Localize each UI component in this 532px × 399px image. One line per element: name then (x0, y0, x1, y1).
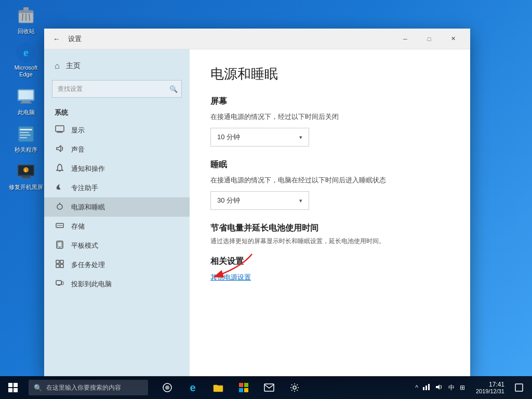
taskbar-settings-icon (290, 383, 299, 392)
sidebar-item-project[interactable]: 投影到此电脑 (44, 274, 190, 294)
page-title: 电源和睡眠 (210, 65, 449, 83)
svg-point-31 (59, 247, 60, 248)
svg-line-5 (29, 14, 30, 21)
chevron-up-icon[interactable]: ^ (415, 384, 418, 391)
svg-rect-37 (58, 285, 61, 285)
mail-button[interactable] (258, 376, 281, 399)
multitask-icon (55, 260, 65, 270)
desktop-icon-secretapp[interactable]: 秒关程序 (8, 124, 44, 153)
volume-icon[interactable] (435, 383, 443, 392)
sidebar-item-power-label: 电源和睡眠 (71, 203, 105, 212)
file-explorer-icon (213, 383, 223, 392)
taskbar-search-icon: 🔍 (34, 384, 42, 392)
sleep-timeout-dropdown[interactable]: 30 分钟 ▾ (210, 191, 309, 210)
sidebar-item-focus[interactable]: 专注助手 (44, 178, 190, 197)
edge-label: Microsoft Edge (8, 64, 44, 78)
sidebar-search-container: 🔍 (52, 80, 182, 98)
svg-rect-51 (244, 388, 248, 392)
taskbar-right: ^ 中 ⊞ 17:41 2019/12/31 (411, 376, 532, 399)
sidebar-item-multitask[interactable]: 多任务处理 (44, 255, 190, 274)
language-indicator[interactable]: 中 (448, 383, 455, 392)
notification-center-button[interactable] (511, 376, 527, 399)
svg-rect-55 (425, 385, 427, 390)
svg-rect-17 (22, 176, 30, 178)
start-button[interactable] (0, 376, 26, 399)
svg-rect-39 (62, 282, 63, 285)
clock-time: 17:41 (489, 381, 504, 388)
related-settings-section: 相关设置 其他电源设置 (210, 256, 449, 282)
taskbar-search-placeholder: 在这里输入你要搜索的内容 (46, 383, 121, 392)
taskbar-system-icons: ^ 中 ⊞ (411, 383, 469, 392)
svg-rect-50 (239, 388, 243, 392)
save-battery-section: 节省电量并延长电池使用时间 通过选择更短的屏幕显示时长和睡眠设置，延长电池使用时… (210, 223, 449, 246)
svg-rect-49 (244, 383, 248, 387)
sidebar-home[interactable]: ⌂ 主页 (44, 57, 190, 75)
desktop-icon-fixscreen[interactable]: ! 修复开机黑屏 (8, 161, 44, 191)
taskbar-clock[interactable]: 17:41 2019/12/31 (472, 376, 509, 399)
desktop-icon-thispc[interactable]: 此电脑 (8, 86, 44, 116)
back-button[interactable]: ← (49, 32, 64, 46)
ime-icon[interactable]: ⊞ (460, 384, 465, 391)
mail-icon (264, 383, 274, 392)
svg-point-25 (57, 204, 62, 209)
taskbar-edge-button[interactable]: e (181, 376, 204, 399)
taskbar-search-bar[interactable]: 🔍 在这里输入你要搜索的内容 (29, 380, 148, 395)
minimize-button[interactable]: ─ (393, 29, 417, 49)
close-button[interactable]: ✕ (441, 29, 465, 49)
sidebar-item-storage-label: 存储 (71, 222, 85, 231)
svg-rect-52 (264, 384, 274, 391)
desktop-icon-edge[interactable]: e Microsoft Edge (8, 43, 44, 78)
svg-point-46 (165, 385, 169, 390)
store-icon (238, 382, 249, 393)
fix-blackscreen-icon: ! (16, 161, 36, 182)
windows-logo-icon (8, 383, 18, 392)
sidebar-item-power[interactable]: 电源和睡眠 (44, 197, 190, 217)
this-pc-label: 此电脑 (18, 109, 35, 116)
other-power-settings-link[interactable]: 其他电源设置 (210, 273, 251, 281)
svg-rect-32 (56, 260, 59, 263)
desktop-icon-recycle[interactable]: 回收站 (8, 5, 44, 35)
screen-timeout-value: 10 分钟 (217, 132, 240, 142)
sidebar-item-tablet-label: 平板模式 (71, 241, 98, 250)
svg-rect-12 (20, 132, 29, 133)
desktop: 回收站 e Microsoft Edge 此电脑 (0, 0, 532, 399)
save-battery-desc: 通过选择更短的屏幕显示时长和睡眠设置，延长电池使用时间。 (210, 237, 449, 246)
sidebar-item-storage[interactable]: 存储 (44, 217, 190, 236)
home-icon: ⌂ (55, 61, 60, 71)
svg-rect-48 (239, 383, 243, 387)
focus-icon (55, 183, 65, 193)
window-titlebar: ← 设置 ─ □ ✕ (44, 29, 470, 49)
svg-rect-2 (23, 7, 29, 10)
screen-section-desc: 在接通电源的情况下，经过以下时间后关闭 (210, 112, 449, 122)
window-body: ⌂ 主页 🔍 系统 显示 (44, 49, 470, 377)
svg-rect-22 (57, 131, 62, 132)
sidebar-item-display[interactable]: 显示 (44, 121, 190, 140)
secret-app-icon (16, 124, 36, 144)
search-input[interactable] (52, 80, 182, 98)
sleep-section-heading: 睡眠 (210, 159, 449, 170)
window-title: 设置 (68, 34, 82, 44)
display-icon (55, 125, 65, 135)
sidebar-item-tablet[interactable]: 平板模式 (44, 236, 190, 255)
svg-marker-57 (436, 384, 440, 390)
recycle-bin-label: 回收站 (18, 28, 35, 35)
taskview-button[interactable] (156, 376, 179, 399)
file-explorer-button[interactable] (207, 376, 230, 399)
svg-rect-18 (20, 178, 32, 179)
svg-rect-9 (20, 102, 32, 103)
store-button[interactable] (232, 376, 255, 399)
svg-rect-38 (58, 285, 60, 286)
settings-sidebar: ⌂ 主页 🔍 系统 显示 (44, 49, 190, 377)
notification-center-icon (515, 383, 523, 392)
svg-rect-43 (8, 388, 12, 392)
screen-timeout-dropdown[interactable]: 10 分钟 ▾ (210, 128, 309, 147)
maximize-button[interactable]: □ (417, 29, 441, 49)
sidebar-item-multitask-label: 多任务处理 (71, 260, 105, 270)
taskbar-settings-button[interactable] (283, 376, 306, 399)
sidebar-item-sound[interactable]: 声音 (44, 140, 190, 159)
svg-rect-33 (60, 260, 63, 263)
notifications-icon (55, 164, 65, 174)
sidebar-item-notifications[interactable]: 通知和操作 (44, 159, 190, 178)
tablet-icon (55, 241, 65, 250)
svg-rect-1 (19, 10, 33, 13)
